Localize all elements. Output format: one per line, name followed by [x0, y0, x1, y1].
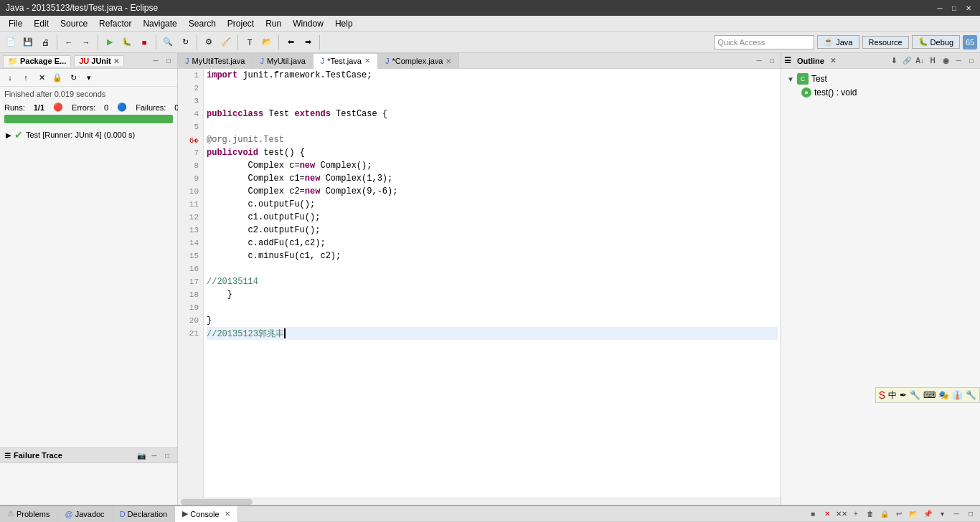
- console-terminate-button[interactable]: ■: [806, 508, 819, 521]
- console-icon: ▶: [182, 509, 188, 518]
- tab-console-close[interactable]: ✕: [225, 510, 230, 518]
- junit-prev-fail-button[interactable]: ↑: [19, 70, 33, 85]
- tab-problems[interactable]: ⚠ Problems: [0, 506, 57, 522]
- console-remove-all-button[interactable]: ✕✕: [835, 508, 848, 521]
- quick-access-input[interactable]: Quick Access: [714, 35, 814, 49]
- code-line-18: }: [207, 288, 778, 301]
- back-button[interactable]: ←: [61, 34, 77, 50]
- menu-help[interactable]: Help: [329, 17, 359, 30]
- open-type-button[interactable]: T: [242, 34, 258, 50]
- sogou-bar: S 中 ✒ 🔧 ⌨ 🎭 👔 🔧: [875, 387, 980, 403]
- line-10: 10: [178, 185, 203, 198]
- print-button[interactable]: 🖨: [37, 34, 53, 50]
- code-area[interactable]: import junit.framework.TestCase; public …: [204, 69, 781, 498]
- package-explorer-tab[interactable]: 📁 Package E...: [3, 55, 71, 67]
- failure-trace-maximize[interactable]: □: [161, 450, 173, 461]
- scrollbar-thumb-x[interactable]: [181, 499, 253, 505]
- outline-sort[interactable]: A↓: [914, 55, 925, 67]
- failure-trace-minimize[interactable]: ─: [149, 450, 160, 461]
- junit-rerun-button[interactable]: ↻: [66, 70, 80, 85]
- tab-myutil[interactable]: J MyUtil.java: [253, 53, 313, 69]
- run-button[interactable]: ▶: [102, 34, 118, 50]
- console-remove-button[interactable]: ✕: [821, 508, 834, 521]
- menu-file[interactable]: File: [3, 17, 28, 30]
- junit-next-fail-button[interactable]: ↓: [3, 70, 17, 85]
- tab-test-close[interactable]: ✕: [364, 57, 370, 65]
- outline-filter[interactable]: ◉: [940, 55, 951, 67]
- perspective-debug[interactable]: 🐛 Debug: [912, 35, 960, 49]
- tab-complex[interactable]: J *Complex.java ✕: [378, 53, 459, 69]
- console-minimize-button[interactable]: ─: [950, 508, 963, 521]
- line-13: 13: [178, 224, 203, 237]
- prev-edit-button[interactable]: ⬅: [283, 34, 298, 50]
- console-open-button[interactable]: 📂: [907, 508, 920, 521]
- runs-value: 1/1: [34, 103, 44, 112]
- sogou-logo: S: [879, 389, 885, 401]
- tab-declaration[interactable]: D Declaration: [113, 506, 176, 522]
- search-button[interactable]: 🔍: [160, 34, 176, 50]
- console-maximize-button[interactable]: □: [964, 508, 977, 521]
- console-pin-button[interactable]: 📌: [921, 508, 934, 521]
- close-button[interactable]: ✕: [963, 2, 974, 14]
- new-button[interactable]: 📄: [3, 34, 19, 50]
- stop-button[interactable]: ■: [136, 34, 152, 50]
- console-display-select[interactable]: ▾: [936, 508, 948, 521]
- menu-run[interactable]: Run: [260, 17, 287, 30]
- minimize-button[interactable]: ─: [934, 2, 946, 14]
- tab-myutiltest[interactable]: J MyUtilTest.java: [178, 53, 253, 69]
- outline-method-item[interactable]: ● test() : void: [784, 86, 977, 99]
- outline-link[interactable]: 🔗: [901, 55, 913, 67]
- editor-minimize[interactable]: ─: [753, 55, 765, 67]
- junit-scroll-lock-button[interactable]: 🔒: [50, 70, 65, 85]
- junit-tab-close[interactable]: ✕: [113, 57, 119, 65]
- outline-minimize[interactable]: ─: [953, 55, 964, 67]
- junit-tab[interactable]: JU JUnit ✕: [74, 55, 124, 66]
- clean-button[interactable]: 🧹: [218, 34, 234, 50]
- console-scroll-lock-button[interactable]: 🔒: [878, 508, 891, 521]
- failure-trace-screenshot[interactable]: 📷: [136, 450, 147, 461]
- minimize-left-button[interactable]: ─: [150, 55, 161, 67]
- menu-project[interactable]: Project: [222, 17, 260, 30]
- menu-search[interactable]: Search: [183, 17, 222, 30]
- menu-window[interactable]: Window: [287, 17, 329, 30]
- outline-method-label: test() : void: [814, 87, 857, 98]
- next-edit-button[interactable]: ➡: [300, 34, 316, 50]
- outline-class-item[interactable]: ▼ C Test: [784, 72, 977, 86]
- perspective-java[interactable]: ☕ Java: [817, 35, 859, 49]
- menu-edit[interactable]: Edit: [28, 17, 55, 30]
- editor-scrollbar-x[interactable]: [178, 498, 781, 505]
- save-button[interactable]: 💾: [20, 34, 36, 50]
- build-button[interactable]: ⚙: [201, 34, 217, 50]
- junit-tree-item[interactable]: ▶ ✔ Test [Runner: JUnit 4] (0.000 s): [3, 128, 174, 142]
- outline-maximize[interactable]: □: [966, 55, 977, 67]
- junit-history-button[interactable]: ▾: [82, 70, 96, 85]
- outline-hide[interactable]: H: [927, 55, 938, 67]
- tab-complex-close[interactable]: ✕: [446, 57, 451, 65]
- perspective-resource[interactable]: Resource: [862, 36, 909, 49]
- junit-item-label: Test [Runner: JUnit 4] (0.000 s): [26, 130, 135, 139]
- refresh-button[interactable]: ↻: [177, 34, 193, 50]
- forward-button[interactable]: →: [78, 34, 94, 50]
- editor-content: 1 2 3 4 5 6⬖ 7 8 9 10 11 12 13 14 15 16 …: [178, 69, 781, 498]
- tab-javadoc[interactable]: @ Javadoc: [57, 506, 112, 522]
- tab-test[interactable]: J *Test.java ✕: [314, 53, 378, 69]
- expand-icon: ▶: [6, 131, 11, 139]
- maximize-left-button[interactable]: □: [163, 55, 174, 67]
- debug-button[interactable]: 🐛: [119, 34, 135, 50]
- sogou-icon1: ✒: [900, 390, 907, 400]
- menu-navigate[interactable]: Navigate: [137, 17, 182, 30]
- outline-collapse[interactable]: ⬇: [888, 55, 900, 67]
- menu-refactor[interactable]: Refactor: [93, 17, 137, 30]
- editor-panel: J MyUtilTest.java J MyUtil.java J *Test.…: [178, 53, 781, 505]
- console-new-button[interactable]: +: [849, 508, 862, 521]
- open-resource-button[interactable]: 📂: [259, 34, 275, 50]
- tab-console[interactable]: ▶ Console ✕: [175, 506, 237, 522]
- console-clear-button[interactable]: 🗑: [864, 508, 877, 521]
- console-word-wrap-button[interactable]: ↩: [892, 508, 905, 521]
- junit-fail-only-button[interactable]: ✕: [34, 70, 49, 85]
- menu-source[interactable]: Source: [55, 17, 93, 30]
- outline-tab-close[interactable]: ✕: [830, 57, 836, 65]
- line-1: 1: [178, 69, 203, 82]
- maximize-button[interactable]: □: [948, 2, 960, 14]
- editor-maximize[interactable]: □: [766, 55, 778, 67]
